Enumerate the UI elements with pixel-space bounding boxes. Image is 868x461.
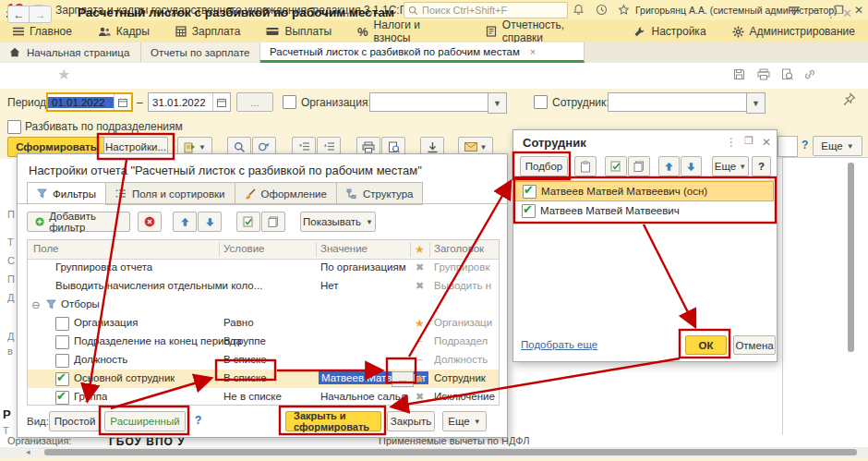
row-checkbox[interactable] xyxy=(55,354,69,368)
section-payments[interactable]: Выплаты xyxy=(253,20,344,42)
table-row-selected[interactable]: ✔ Основной сотрудник В списке Матвеев Ма… xyxy=(28,370,499,388)
section-reports[interactable]: Отчетность, справки xyxy=(473,20,621,42)
row-checkbox[interactable] xyxy=(55,317,69,331)
check-all-button[interactable] xyxy=(605,156,627,176)
row-checkbox-checked[interactable]: ✔ xyxy=(55,391,69,405)
settings-tab-structure[interactable]: Структура xyxy=(336,182,424,205)
move-up-button[interactable] xyxy=(658,156,680,176)
close-and-generate-button[interactable]: Закрыть и сформировать xyxy=(285,411,381,431)
section-main[interactable]: Главное xyxy=(0,20,85,42)
delete-filter-button[interactable] xyxy=(138,212,162,232)
split-by-departments-checkbox[interactable] xyxy=(7,120,21,134)
period-to-input[interactable]: 31.01.2022 xyxy=(148,92,231,112)
close-report-icon[interactable]: ✕ xyxy=(842,6,852,20)
more-dots-icon[interactable]: ⋮ xyxy=(825,6,837,20)
table-row[interactable]: Группировка отчета По организациям ✖ Гру… xyxy=(28,259,499,277)
horizontal-scrollbar[interactable]: ◂ xyxy=(0,447,868,457)
pin-icon[interactable] xyxy=(842,92,856,106)
chevron-down-icon[interactable]: ▼ xyxy=(488,92,507,114)
period-from-input[interactable]: 01.01.2022 xyxy=(46,92,133,112)
tab-salary-reports[interactable]: Отчеты по зарплате × xyxy=(141,42,260,62)
item-checkbox-checked[interactable]: ✔ xyxy=(523,185,536,199)
minimize-button[interactable]: – xyxy=(813,4,819,17)
dialog-more-dots-icon[interactable]: ⋮ xyxy=(726,136,737,149)
check-all-button[interactable] xyxy=(236,212,260,232)
uncheck-all-button[interactable] xyxy=(261,212,285,232)
settings-more-button[interactable]: Еще▼ xyxy=(442,411,487,431)
collapse-group-icon[interactable]: ⊖ xyxy=(31,298,41,311)
organization-checkbox[interactable] xyxy=(283,95,296,109)
clear-x-icon[interactable]: ✖ xyxy=(416,391,424,403)
table-group-row[interactable]: ⊖ Отборы xyxy=(28,296,499,314)
move-down-button[interactable] xyxy=(681,156,702,176)
table-row[interactable]: Должность В списке − Должность xyxy=(28,351,499,370)
employee-more-button[interactable]: Еще▼ xyxy=(712,156,749,176)
scroll-left-icon[interactable]: ◂ xyxy=(26,447,30,456)
settings-help-button[interactable]: ? xyxy=(195,414,201,427)
chevron-down-icon[interactable]: ▼ xyxy=(746,92,766,114)
row-checkbox[interactable] xyxy=(55,335,69,349)
table-row[interactable]: ✔ Группа Не в списке Начальное сальдо по… xyxy=(28,388,499,406)
section-taxes[interactable]: % Налоги и взносы xyxy=(344,20,473,42)
section-salary[interactable]: Зарплата xyxy=(163,20,254,42)
forward-button[interactable]: → xyxy=(29,6,52,23)
paste-from-clipboard-button[interactable] xyxy=(574,156,597,176)
employee-help-button[interactable]: ? xyxy=(752,156,771,176)
employee-combo[interactable]: ▼ xyxy=(608,92,748,112)
current-user[interactable]: Григорьянц А.А. (системный администратор… xyxy=(635,5,838,16)
horizontal-scrollbar-thumb[interactable] xyxy=(44,449,857,455)
back-button[interactable]: ← xyxy=(7,6,30,23)
vertical-scrollbar[interactable] xyxy=(848,163,854,352)
move-up-button[interactable] xyxy=(173,212,197,232)
global-search-input[interactable]: Поиск Ctrl+Shift+F xyxy=(404,2,568,18)
tab-payslip-report[interactable]: Расчетный листок с разбивкой по рабочим … xyxy=(260,42,585,63)
add-filter-button[interactable]: Добавить фильтр xyxy=(27,212,130,232)
view-simple-button[interactable]: Простой xyxy=(49,411,101,431)
table-row[interactable]: Организация Равно ★ Организаци xyxy=(28,314,499,333)
settings-tab-fields[interactable]: Поля и сортировки xyxy=(105,182,235,205)
calendar-icon[interactable] xyxy=(212,93,230,111)
service-menu-icon[interactable] xyxy=(788,6,801,16)
more-button[interactable]: Еще▼ xyxy=(813,136,862,156)
help-button[interactable]: ? xyxy=(802,139,808,152)
employee-checkbox[interactable] xyxy=(534,95,548,109)
pick-more-link[interactable]: Подобрать еще xyxy=(521,339,597,350)
item-checkbox-checked[interactable]: ✔ xyxy=(522,204,536,218)
period-variants-button[interactable]: ... xyxy=(236,92,273,112)
preview-icon[interactable] xyxy=(781,68,793,80)
save-icon[interactable] xyxy=(733,68,745,80)
value-ellipsis-button[interactable]: ... xyxy=(392,371,414,387)
dialog-close-icon[interactable]: ✕ xyxy=(762,136,771,149)
view-extended-button[interactable]: Расширенный xyxy=(104,411,186,431)
ok-button[interactable]: ОК xyxy=(685,335,727,355)
cancel-button[interactable]: Отмена xyxy=(733,335,776,355)
move-down-button[interactable] xyxy=(198,212,222,232)
section-personnel[interactable]: Кадры xyxy=(85,20,163,42)
employee-list-item-selected[interactable]: ✔ Матвеев Матвей Матвеевич (осн) xyxy=(514,181,774,201)
favorites-star-icon[interactable] xyxy=(618,4,630,16)
uncheck-all-button[interactable] xyxy=(628,156,650,176)
tab-home[interactable]: Начальная страница xyxy=(0,42,141,62)
favorite-star-icon[interactable]: ★ xyxy=(57,66,70,83)
close-settings-button[interactable]: Закрыть xyxy=(387,411,435,431)
section-setup[interactable]: Настройка xyxy=(621,20,718,42)
important-star-icon[interactable]: ★ xyxy=(415,317,425,330)
history-icon[interactable] xyxy=(596,4,608,16)
dialog-maximize-icon[interactable]: ❐ xyxy=(744,135,753,147)
employee-list-item[interactable]: ✔ Матвеев Матвей Матвеевич xyxy=(514,201,774,222)
important-star-icon[interactable]: ★ xyxy=(415,372,425,385)
notifications-bell-icon[interactable] xyxy=(573,4,585,16)
close-window-button[interactable]: ✕ xyxy=(854,4,863,17)
row-checkbox-checked[interactable]: ✔ xyxy=(55,372,69,386)
link-icon[interactable] xyxy=(803,68,816,80)
show-button[interactable]: Показывать▼ xyxy=(300,212,376,232)
print-icon[interactable] xyxy=(757,68,770,80)
section-administration[interactable]: Администрирование xyxy=(719,20,868,42)
clear-x-icon[interactable]: ✖ xyxy=(416,280,424,292)
table-row[interactable]: Подразделение на конец периода В группе … xyxy=(28,333,499,351)
pick-button[interactable]: Подбор xyxy=(520,156,568,176)
settings-tab-filters[interactable]: Фильтры xyxy=(27,182,106,205)
table-row[interactable]: Выводить начисления отдельными коло... Н… xyxy=(28,277,499,296)
clear-x-icon[interactable]: ✖ xyxy=(416,261,424,273)
settings-tab-appearance[interactable]: Оформление xyxy=(235,182,337,205)
